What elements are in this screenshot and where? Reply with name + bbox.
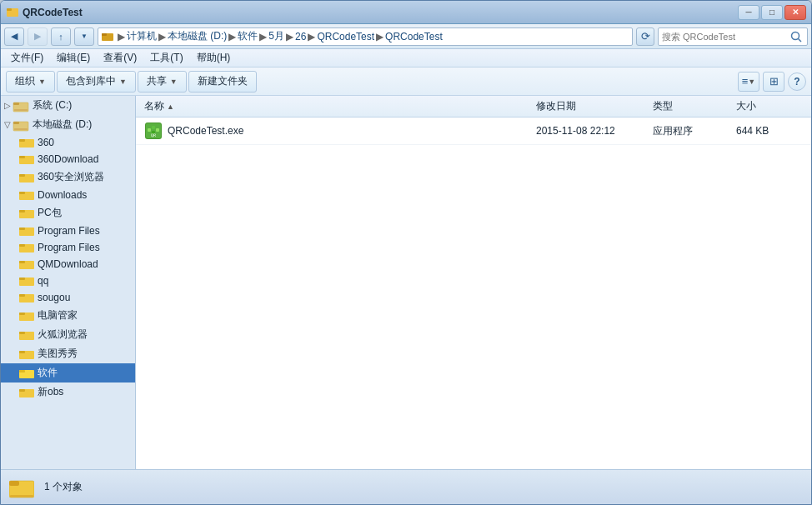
sidebar-item-360[interactable]: 360	[1, 134, 135, 151]
breadcrumb-month[interactable]: 5月	[268, 29, 284, 43]
view-grid-button[interactable]: ⊞	[763, 72, 784, 92]
breadcrumb-sep-4: ▶	[259, 31, 267, 42]
col-header-size[interactable]: 大小	[736, 99, 803, 113]
folder-icon-firefox	[19, 329, 34, 341]
organize-button[interactable]: 组织 ▼	[6, 71, 55, 92]
sidebar-label-qmdl: QMDownload	[38, 258, 98, 270]
up-button[interactable]: ↑	[51, 28, 71, 46]
sidebar-item-software[interactable]: 软件	[1, 363, 135, 382]
sidebar-item-360download[interactable]: 360Download	[1, 151, 135, 168]
sidebar-item-firefox[interactable]: 火狐浏览器	[1, 325, 135, 344]
window: QRCodeTest ─ □ ✕ ◀ ▶ ↑ ▼ ▶ 计算机 ▶ 本地磁盘 (D…	[0, 0, 812, 505]
svg-rect-13	[19, 139, 25, 142]
forward-button[interactable]: ▶	[28, 28, 48, 46]
toolbar-right: ≡ ▼ ⊞ ?	[738, 72, 806, 92]
maximize-button[interactable]: □	[761, 5, 783, 20]
breadcrumb-sep-5: ▶	[286, 31, 293, 42]
view-list-button[interactable]: ≡ ▼	[738, 72, 759, 92]
status-folder-icon	[9, 475, 34, 500]
breadcrumb-drive[interactable]: 本地磁盘 (D:)	[168, 29, 227, 43]
sidebar-item-sougou[interactable]: sougou	[1, 289, 135, 306]
col-header-type[interactable]: 类型	[653, 99, 736, 113]
breadcrumb-sep-2: ▶	[158, 31, 166, 42]
folder-icon-360browser	[19, 172, 34, 183]
sidebar-label-newobs: 新obs	[38, 385, 63, 399]
sidebar-label-local-d: 本地磁盘 (D:)	[33, 118, 92, 132]
minimize-button[interactable]: ─	[738, 5, 759, 20]
status-bar: 1 个对象	[1, 469, 811, 504]
sidebar-item-local-d[interactable]: ▽ 本地磁盘 (D:)	[1, 115, 135, 134]
sidebar-label-meitu: 美图秀秀	[38, 347, 78, 361]
col-header-date[interactable]: 修改日期	[536, 99, 653, 113]
sidebar-label-qq: qq	[38, 275, 48, 287]
library-button[interactable]: 包含到库中 ▼	[57, 71, 136, 92]
svg-rect-21	[19, 210, 25, 212]
table-row[interactable]: QR QRCodeTest.exe 2015-11-08 22:12 应用程序 …	[136, 118, 811, 145]
folder-icon-qmdl	[19, 258, 34, 270]
folder-icon-pcbag	[19, 208, 34, 219]
sidebar-item-newobs[interactable]: 新obs	[1, 382, 135, 402]
back-button[interactable]: ◀	[4, 28, 24, 46]
svg-rect-27	[19, 261, 25, 263]
sidebar-label-software: 软件	[38, 366, 58, 380]
sidebar-label-system-c: 系统 (C:)	[33, 98, 72, 112]
svg-rect-37	[19, 351, 25, 353]
sidebar-label-360dl: 360Download	[38, 153, 98, 165]
help-button[interactable]: ?	[788, 72, 806, 91]
svg-rect-3	[102, 33, 107, 36]
svg-rect-51	[10, 495, 33, 498]
svg-rect-33	[19, 312, 25, 315]
folder-icon-downloads	[19, 189, 34, 201]
search-bar[interactable]	[658, 28, 808, 46]
library-dropdown-icon: ▼	[119, 78, 127, 86]
view-dropdown-icon: ▼	[748, 78, 755, 86]
sidebar-item-system-c[interactable]: ▷ 系统 (C:)	[1, 96, 135, 115]
window-icon	[6, 6, 19, 19]
sidebar-item-pcmanager[interactable]: 电脑管家	[1, 306, 135, 325]
sidebar-item-meitu[interactable]: 美图秀秀	[1, 344, 135, 363]
sidebar-label-pcmgr: 电脑管家	[38, 308, 78, 322]
menu-file[interactable]: 文件(F)	[4, 49, 50, 67]
recent-button[interactable]: ▼	[74, 28, 94, 46]
breadcrumb-computer[interactable]: 计算机	[127, 29, 157, 43]
sidebar-item-pcbag[interactable]: PC包	[1, 203, 135, 222]
sidebar-item-qq[interactable]: qq	[1, 272, 135, 289]
breadcrumb-folder[interactable]: QRCodeTest	[317, 31, 374, 42]
svg-point-4	[792, 32, 799, 39]
breadcrumb-item[interactable]	[102, 32, 116, 42]
col-header-name[interactable]: 名称 ▲	[144, 99, 536, 113]
folder-icon-pf2	[19, 242, 34, 253]
menu-edit[interactable]: 编辑(E)	[50, 49, 97, 67]
folder-icon-qq	[19, 275, 34, 287]
breadcrumb-software[interactable]: 软件	[238, 29, 258, 43]
file-name: QRCodeTest.exe	[168, 125, 243, 137]
file-type: 应用程序	[653, 124, 736, 138]
menu-view[interactable]: 查看(V)	[97, 49, 143, 67]
close-button[interactable]: ✕	[784, 5, 806, 20]
breadcrumb[interactable]: ▶ 计算机 ▶ 本地磁盘 (D:) ▶ 软件 ▶ 5月 ▶ 26 ▶ QRCod…	[98, 28, 633, 46]
new-folder-button[interactable]: 新建文件夹	[188, 71, 257, 92]
title-bar: QRCodeTest ─ □ ✕	[1, 1, 811, 24]
drive-icon-d	[13, 118, 29, 132]
search-icon	[790, 31, 802, 42]
refresh-button[interactable]: ⟳	[636, 28, 654, 46]
svg-rect-29	[19, 278, 25, 280]
toolbar: 组织 ▼ 包含到库中 ▼ 共享 ▼ 新建文件夹 ≡ ▼ ⊞ ?	[1, 68, 811, 96]
expand-icon-d: ▽	[4, 120, 11, 129]
sidebar-item-360browser[interactable]: 360安全浏览器	[1, 168, 135, 187]
menu-help[interactable]: 帮助(H)	[190, 49, 238, 67]
sidebar-item-programfiles1[interactable]: Program Files	[1, 222, 135, 239]
breadcrumb-current[interactable]: QRCodeTest	[385, 31, 443, 42]
folder-icon-meitu	[19, 348, 34, 360]
menu-tools[interactable]: 工具(T)	[143, 49, 189, 67]
search-button[interactable]	[789, 29, 804, 44]
sidebar-item-programfiles2[interactable]: Program Files	[1, 239, 135, 256]
address-bar: ◀ ▶ ↑ ▼ ▶ 计算机 ▶ 本地磁盘 (D:) ▶ 软件 ▶ 5月 ▶ 26…	[1, 24, 811, 49]
sidebar-item-downloads[interactable]: Downloads	[1, 187, 135, 203]
sidebar-item-qmdownload[interactable]: QMDownload	[1, 256, 135, 272]
svg-rect-31	[19, 294, 25, 297]
share-button[interactable]: 共享 ▼	[138, 71, 187, 92]
breadcrumb-day[interactable]: 26	[295, 31, 306, 42]
search-input[interactable]	[662, 32, 785, 42]
folder-icon-newobs	[19, 387, 34, 398]
